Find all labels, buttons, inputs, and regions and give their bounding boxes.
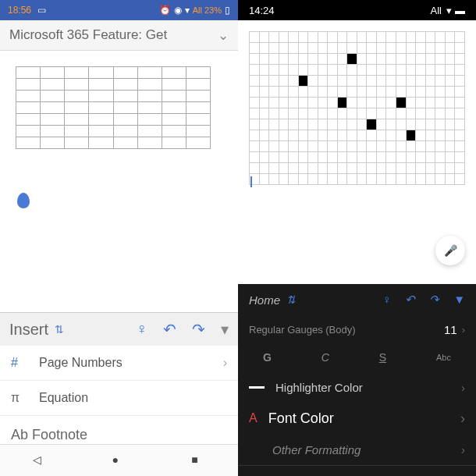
menu-label: Page Numbers [39,356,123,370]
tab-label: Insert [9,321,48,339]
text-cursor [250,176,252,187]
menu-label: Equation [39,391,88,405]
battery-icon: ▯ [225,5,230,16]
lightbulb-icon[interactable]: ♀ [382,293,391,307]
signal-label: All [431,5,442,16]
menu-item-highlighter[interactable]: Highlighter Color › [238,371,476,403]
cursor-handle-icon[interactable] [17,193,30,208]
menu-label: Font Color [268,410,334,427]
font-size: 11 [444,323,457,336]
pi-icon: π [11,391,30,405]
menu-item-bulleted-list[interactable]: Bulleted List › [238,465,476,476]
menu-label: Highlighter Color [275,381,363,394]
menu-label: Other Formatting [272,443,361,456]
menu-label: Bulleted List [272,474,349,477]
tab-label: Home [249,293,280,307]
chevron-right-icon: › [460,410,465,427]
chevron-down-icon[interactable]: ⌄ [218,27,229,44]
document-grid[interactable] [249,31,465,185]
menu-item-other-formatting[interactable]: Other Formatting › [238,434,476,465]
menu-label: Footnote [32,427,87,442]
chevron-right-icon: › [461,443,465,456]
redo-icon[interactable]: ↷ [429,293,439,307]
chevron-right-icon: › [462,324,465,336]
battery-icon: ▬ [455,5,465,16]
ribbon-tab-insert[interactable]: Insert ⇅ ♀ ↶ ↷ ▾ [0,312,238,346]
updown-icon[interactable]: ⇅ [286,293,296,306]
clock: 14:24 [249,5,275,16]
menu-item-font-color[interactable]: A Font Color › [238,403,476,434]
underline-button[interactable]: S [379,351,386,364]
document-table[interactable] [16,66,211,149]
bold-button[interactable]: G [263,351,272,364]
ribbon-tab-home[interactable]: Home ⇅ ♀ ↶ ↷ ▼ [238,284,476,315]
document-canvas-left[interactable] [0,51,238,312]
highlighter-icon [249,386,265,389]
wifi-icon: ▾ [446,5,452,16]
android-navbar: ◁ ● ■ [0,444,238,476]
menu-item-equation[interactable]: π Equation [0,381,238,416]
back-button[interactable]: ◁ [33,453,47,467]
title-bar[interactable]: Microsoft 365 Feature: Get ⌄ [0,20,238,51]
dropdown-icon[interactable]: ▼ [453,293,465,307]
chevron-right-icon: › [461,381,465,394]
home-button[interactable]: ● [112,453,126,467]
chevron-right-icon: › [460,474,465,477]
microphone-button[interactable]: 🎤 [435,236,465,265]
more-icon[interactable]: ▾ [221,320,229,339]
recents-button[interactable]: ■ [191,453,205,467]
updown-icon[interactable]: ⇅ [55,323,64,336]
redo-icon[interactable]: ↷ [192,320,205,339]
menu-item-page-numbers[interactable]: # Page Numbers › [0,346,238,381]
statusbar-left: 18:56 ▭ ⏰ ◉ ▾ All 23% ▯ [0,0,238,20]
alarm-icon: ⏰ [159,5,171,16]
font-color-icon: A [249,411,258,425]
chevron-right-icon: › [223,356,227,370]
microphone-icon: 🎤 [444,244,457,257]
font-selector-row[interactable]: Regular Gauges (Body) 11 › [238,315,476,343]
text-style-row: G C S Abc [238,343,476,371]
clock: 18:56 [8,5,31,16]
font-name: Regular Gauges (Body) [249,324,356,336]
undo-icon[interactable]: ↶ [163,320,176,339]
doc-title: Microsoft 365 Feature: Get [9,27,167,43]
wifi-icon: ◉ ▾ [174,5,189,16]
undo-icon[interactable]: ↶ [405,293,415,307]
statusbar-right: 14:24 All ▾ ▬ [238,0,476,20]
italic-button[interactable]: C [321,351,329,364]
battery-indicator: All 23% [193,5,222,15]
hash-icon: # [11,356,30,370]
lightbulb-icon[interactable]: ♀ [136,320,147,339]
strike-button[interactable]: Abc [436,353,451,362]
